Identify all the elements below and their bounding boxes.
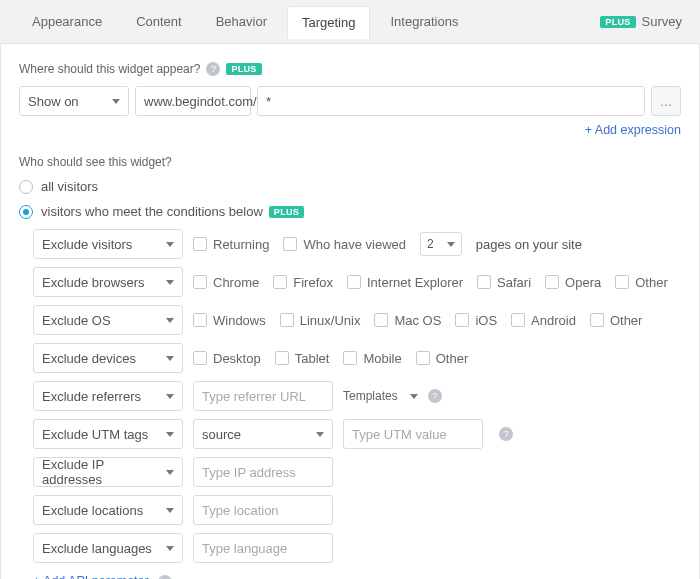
help-icon[interactable]: ? (428, 389, 442, 403)
checkbox-icon (193, 351, 207, 365)
checkbox-icon (511, 313, 525, 327)
show-on-value: Show on (28, 94, 79, 109)
row-ip: Exclude IP addresses (33, 457, 681, 487)
who-label: Who should see this widget? (19, 155, 681, 169)
languages-select[interactable]: Exclude languages (33, 533, 183, 563)
location-input[interactable] (193, 495, 333, 525)
chevron-down-icon (166, 546, 174, 551)
plus-badge: PLUS (269, 206, 304, 218)
language-input[interactable] (193, 533, 333, 563)
visitors-select[interactable]: Exclude visitors (33, 229, 183, 259)
browsers-select[interactable]: Exclude browsers (33, 267, 183, 297)
domain-text: www.begindot.com/ (144, 94, 257, 109)
cb-mobile[interactable]: Mobile (343, 351, 401, 366)
where-label: Where should this widget appear? ? PLUS (19, 62, 681, 76)
pages-suffix: pages on your site (476, 237, 582, 252)
cb-ie[interactable]: Internet Explorer (347, 275, 463, 290)
help-icon[interactable]: ? (158, 575, 172, 579)
chevron-down-icon (316, 432, 324, 437)
checkbox-icon (416, 351, 430, 365)
chevron-down-icon (447, 242, 455, 247)
cb-android[interactable]: Android (511, 313, 576, 328)
chevron-down-icon (166, 242, 174, 247)
cb-returning[interactable]: Returning (193, 237, 269, 252)
cb-who-viewed[interactable]: Who have viewed (283, 237, 406, 252)
where-text: Where should this widget appear? (19, 62, 200, 76)
referrers-select[interactable]: Exclude referrers (33, 381, 183, 411)
row-utm: Exclude UTM tags source ? (33, 419, 681, 449)
radio-label: visitors who meet the conditions below (41, 204, 263, 219)
checkbox-icon (280, 313, 294, 327)
radio-icon (19, 180, 33, 194)
cb-other[interactable]: Other (590, 313, 643, 328)
cb-tablet[interactable]: Tablet (275, 351, 330, 366)
tab-targeting[interactable]: Targeting (287, 6, 370, 39)
utm-source-select[interactable]: source (193, 419, 333, 449)
ip-input[interactable] (193, 457, 333, 487)
add-api-link[interactable]: + Add API parameter (33, 574, 149, 579)
radio-label: all visitors (41, 179, 98, 194)
cb-desktop[interactable]: Desktop (193, 351, 261, 366)
referrer-input[interactable] (193, 381, 333, 411)
cb-other[interactable]: Other (615, 275, 668, 290)
utm-value-input[interactable] (343, 419, 483, 449)
chevron-down-icon (166, 432, 174, 437)
radio-all-visitors[interactable]: all visitors (19, 179, 681, 194)
row-os: Exclude OS Windows Linux/Unix Mac OS iOS… (33, 305, 681, 335)
row-languages: Exclude languages (33, 533, 681, 563)
help-icon[interactable]: ? (206, 62, 220, 76)
ip-select[interactable]: Exclude IP addresses (33, 457, 183, 487)
help-icon[interactable]: ? (499, 427, 513, 441)
row-browsers: Exclude browsers Chrome Firefox Internet… (33, 267, 681, 297)
checkbox-icon (545, 275, 559, 289)
cb-opera[interactable]: Opera (545, 275, 601, 290)
utm-select[interactable]: Exclude UTM tags (33, 419, 183, 449)
cb-firefox[interactable]: Firefox (273, 275, 333, 290)
row-referrers: Exclude referrers Templates? (33, 381, 681, 411)
plus-badge: PLUS (600, 16, 635, 28)
survey-label: Survey (642, 14, 682, 29)
cb-ios[interactable]: iOS (455, 313, 497, 328)
add-api-row: + Add API parameter ? (33, 573, 681, 579)
checkbox-icon (455, 313, 469, 327)
show-on-select[interactable]: Show on (19, 86, 129, 116)
tab-integrations[interactable]: Integrations (376, 6, 472, 37)
plus-badge: PLUS (226, 63, 261, 75)
checkbox-icon (590, 313, 604, 327)
cb-macos[interactable]: Mac OS (374, 313, 441, 328)
radio-icon (19, 205, 33, 219)
os-select[interactable]: Exclude OS (33, 305, 183, 335)
cb-windows[interactable]: Windows (193, 313, 266, 328)
cb-other[interactable]: Other (416, 351, 469, 366)
devices-select[interactable]: Exclude devices (33, 343, 183, 373)
cb-linux[interactable]: Linux/Unix (280, 313, 361, 328)
tab-behavior[interactable]: Behavior (202, 6, 281, 37)
checkbox-icon (273, 275, 287, 289)
checkbox-icon (193, 237, 207, 251)
templates-dropdown[interactable]: Templates? (343, 389, 442, 403)
page-count-select[interactable]: 2 (420, 232, 462, 256)
url-pattern-input[interactable] (257, 86, 645, 116)
radio-conditions[interactable]: visitors who meet the conditions below P… (19, 204, 681, 219)
cb-safari[interactable]: Safari (477, 275, 531, 290)
checkbox-icon (283, 237, 297, 251)
checkbox-icon (193, 275, 207, 289)
locations-select[interactable]: Exclude locations (33, 495, 183, 525)
chevron-down-icon (410, 394, 418, 399)
chevron-down-icon (166, 508, 174, 513)
add-expression-link[interactable]: + Add expression (585, 123, 681, 137)
cb-chrome[interactable]: Chrome (193, 275, 259, 290)
row-visitors: Exclude visitors Returning Who have view… (33, 229, 681, 259)
tab-content[interactable]: Content (122, 6, 196, 37)
domain-display: www.begindot.com/ (135, 86, 251, 116)
checkbox-icon (374, 313, 388, 327)
checkbox-icon (615, 275, 629, 289)
checkbox-icon (275, 351, 289, 365)
ellipsis-icon: … (660, 94, 673, 109)
more-button[interactable]: … (651, 86, 681, 116)
row-devices: Exclude devices Desktop Tablet Mobile Ot… (33, 343, 681, 373)
who-text: Who should see this widget? (19, 155, 172, 169)
checkbox-icon (347, 275, 361, 289)
tab-appearance[interactable]: Appearance (18, 6, 116, 37)
row-locations: Exclude locations (33, 495, 681, 525)
